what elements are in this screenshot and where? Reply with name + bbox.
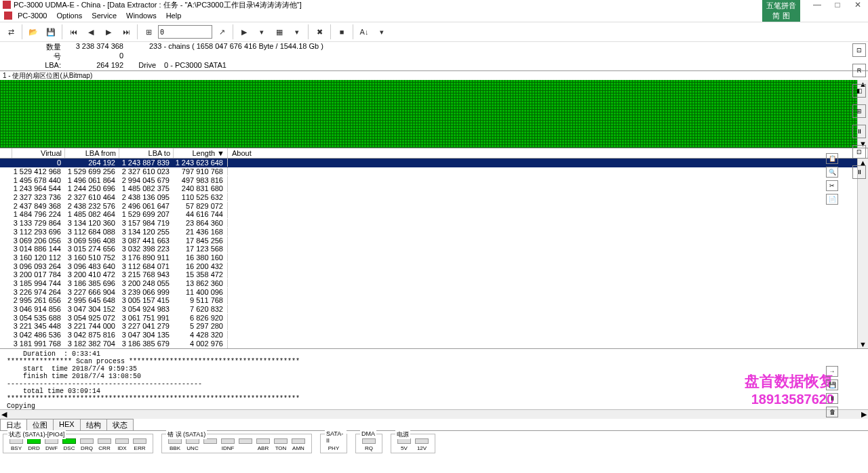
- grid-drop-button[interactable]: ▾: [289, 24, 305, 40]
- menu-pc3000[interactable]: PC-3000: [14, 12, 51, 20]
- table-header: Virtual LBA from LBA to Length ▼ About: [0, 148, 868, 159]
- save-button[interactable]: 💾: [43, 24, 59, 40]
- led-5V: 5V: [395, 438, 413, 451]
- log-export-icon[interactable]: →: [826, 366, 838, 377]
- lba-value: 264 192: [61, 61, 129, 70]
- tab-status[interactable]: 状态: [106, 419, 134, 430]
- sector-bitmap[interactable]: [0, 80, 857, 148]
- right-tool-4[interactable]: ⊞: [852, 104, 866, 118]
- lba-label: LBA:: [41, 61, 61, 70]
- table-row[interactable]: 3 069 206 0563 069 596 4083 087 441 663 …: [0, 236, 868, 245]
- led-CRR: CRR: [96, 438, 113, 451]
- table-row[interactable]: 3 042 486 5363 042 875 8163 047 304 135 …: [0, 331, 868, 340]
- goto-button[interactable]: ↗: [214, 24, 230, 40]
- log-clear-icon[interactable]: 🗑: [826, 407, 838, 417]
- right-tool-pause[interactable]: ⏸: [852, 125, 866, 138]
- table-row[interactable]: 3 014 886 1443 015 274 6563 032 398 223 …: [0, 245, 868, 253]
- stop-button[interactable]: ■: [334, 24, 350, 40]
- play-button[interactable]: ▶: [236, 24, 252, 40]
- maximize-button[interactable]: □: [827, 0, 848, 9]
- first-button[interactable]: ⏮: [65, 24, 81, 40]
- table-body[interactable]: 0 264 1921 243 887 8391 243 623 648 1 52…: [0, 159, 868, 348]
- grid-goto-button[interactable]: ⊞: [140, 24, 157, 40]
- num-label: 号: [41, 52, 61, 61]
- last-button[interactable]: ⏭: [118, 24, 134, 40]
- menu-service[interactable]: Service: [87, 12, 121, 20]
- log-pause-icon[interactable]: ⏸: [826, 393, 838, 404]
- table-row[interactable]: 3 185 994 7443 186 385 6963 200 248 055 …: [0, 279, 868, 288]
- menu-icon: [4, 12, 12, 20]
- led-BBK: BBK: [166, 438, 184, 451]
- bottom-tabs: 日志 位图 HEX 结构 状态: [0, 419, 868, 431]
- inspect-icon[interactable]: 🔍: [826, 167, 838, 178]
- tab-struct[interactable]: 结构: [80, 419, 107, 430]
- close-button[interactable]: ✕: [848, 0, 868, 9]
- num-value: 0: [61, 52, 129, 61]
- ime-indicator[interactable]: 五笔拼音 简 图: [762, 0, 800, 22]
- led-AMN: AMN: [290, 438, 307, 451]
- th-about[interactable]: About: [228, 148, 868, 158]
- table-row[interactable]: 1 484 796 2241 485 082 4641 529 699 207 …: [0, 210, 868, 219]
- position-input[interactable]: [158, 25, 212, 39]
- play-drop-button[interactable]: ▾: [254, 24, 270, 40]
- tools-button[interactable]: ✖: [311, 24, 328, 40]
- right-tool-reset[interactable]: R: [852, 64, 866, 77]
- sort-button[interactable]: A↓: [356, 24, 372, 40]
- table-row[interactable]: 3 054 535 6883 054 925 0723 061 751 991 …: [0, 313, 868, 322]
- right-tool-3[interactable]: ◧: [852, 84, 866, 98]
- sort-drop-button[interactable]: ▾: [374, 24, 390, 40]
- sata-mode-button[interactable]: ⇄: [3, 24, 19, 40]
- table-row[interactable]: 3 096 093 2643 096 483 6403 112 684 071 …: [0, 262, 868, 270]
- watermark: 盘首数据恢复 18913587620: [745, 371, 834, 407]
- right-tool-pause2[interactable]: ⏸: [852, 165, 866, 179]
- app-icon: [3, 1, 11, 9]
- table-row[interactable]: 2 995 261 6562 995 645 6483 005 157 415 …: [0, 296, 868, 305]
- led-DRD: DRD: [25, 438, 43, 451]
- next-button[interactable]: ▶: [100, 24, 117, 40]
- th-virtual[interactable]: Virtual: [12, 148, 65, 158]
- menu-windows[interactable]: Windows: [122, 12, 161, 20]
- right-tool-6[interactable]: ⊡: [852, 145, 866, 159]
- table-scrollbar[interactable]: ▲▼: [857, 159, 868, 348]
- table-row[interactable]: 2 327 323 7362 327 610 4642 438 136 095 …: [0, 193, 868, 202]
- tab-log[interactable]: 日志: [0, 419, 27, 430]
- led-IDNF: IDNF: [219, 438, 237, 451]
- chains-value: 233 - chains ( 1658 047 676 416 Byte / 1…: [129, 42, 323, 52]
- table-row[interactable]: 3 112 293 6963 112 684 0883 134 120 255 …: [0, 228, 868, 236]
- table-row[interactable]: 3 133 729 8643 134 120 3603 157 984 719 …: [0, 219, 868, 228]
- log-save-icon[interactable]: 💾: [826, 379, 838, 390]
- log-hscrollbar[interactable]: ◀▶: [0, 409, 868, 419]
- table-row[interactable]: 3 046 914 8563 047 304 1523 054 924 983 …: [0, 305, 868, 314]
- led-BSY: BSY: [7, 438, 25, 451]
- led-x: [201, 438, 219, 451]
- tab-hex[interactable]: HEX: [53, 419, 81, 430]
- table-row[interactable]: 1 495 678 4401 496 061 8642 994 045 679 …: [0, 176, 868, 184]
- menu-help[interactable]: Help: [162, 12, 186, 20]
- th-lba-from[interactable]: LBA from: [65, 148, 119, 158]
- table-row[interactable]: 3 226 974 2643 227 666 9043 239 066 999 …: [0, 287, 868, 296]
- table-row[interactable]: 3 221 345 4483 221 744 0003 227 041 279 …: [0, 322, 868, 331]
- tab-bitmap[interactable]: 位图: [26, 419, 54, 430]
- grid-button[interactable]: ▦: [271, 24, 288, 40]
- prev-button[interactable]: ◀: [83, 24, 99, 40]
- table-row[interactable]: 2 437 849 3682 438 232 5762 496 061 647 …: [0, 201, 868, 210]
- table-row[interactable]: 1 243 964 5441 244 250 6961 485 082 375 …: [0, 184, 868, 193]
- cut-icon[interactable]: ✂: [826, 180, 838, 191]
- th-length[interactable]: Length ▼: [174, 148, 228, 158]
- menu-options[interactable]: Options: [52, 12, 86, 20]
- table-row[interactable]: 3 181 991 7683 182 382 7043 186 385 679 …: [0, 339, 868, 348]
- paste-icon[interactable]: 📄: [826, 194, 838, 205]
- table-row[interactable]: 3 160 120 1123 160 510 7523 176 890 911 …: [0, 253, 868, 262]
- table-row[interactable]: 3 200 017 7843 200 410 4723 215 768 943 …: [0, 270, 868, 279]
- th-lba-to[interactable]: LBA to: [119, 148, 174, 158]
- toolbar: ⇄ 📂 💾 ⏮ ◀ ▶ ⏭ ⊞ ↗ ▶ ▾ ▦ ▾ ✖ ■ A↓ ▾: [0, 22, 868, 42]
- table-row[interactable]: 1 529 412 9681 529 699 2562 327 610 023 …: [0, 167, 868, 176]
- table-row[interactable]: 0 264 1921 243 887 8391 243 623 648: [0, 159, 868, 167]
- copy-icon[interactable]: 📋: [826, 153, 838, 164]
- minimize-button[interactable]: —: [807, 0, 827, 9]
- right-tool-1[interactable]: ⊡: [852, 43, 866, 57]
- drive-value: 0 - PC3000 SATA1: [156, 61, 226, 70]
- th-icon[interactable]: [0, 148, 12, 158]
- open-button[interactable]: 📂: [25, 24, 41, 40]
- status-bar: 状态 (SATA1)-[PIO4]BSYDRDDWFDSCDRQCRRIDXER…: [0, 431, 868, 456]
